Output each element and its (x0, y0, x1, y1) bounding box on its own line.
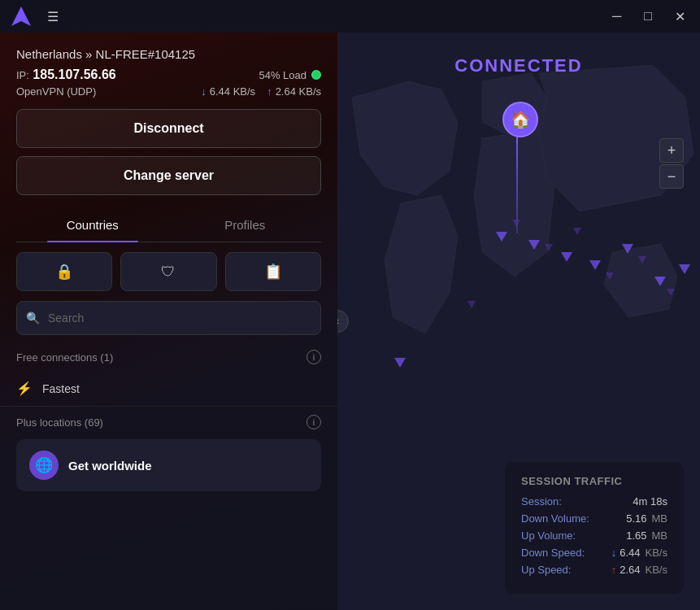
down-volume-value: 5.16 MB (626, 512, 667, 525)
get-worldwide-text: Get worldwide (68, 459, 152, 473)
connection-header: Netherlands » NL-FREE#104125 IP: 185.107… (0, 33, 337, 109)
titlebar-controls: ─ □ ✕ (607, 7, 690, 26)
up-speed-row: Up Speed: ↑ 2.64 KB/s (521, 564, 667, 576)
fastest-server-item[interactable]: ⚡ Fastest (0, 371, 337, 406)
map-pin-14 (467, 301, 476, 308)
down-volume-unit: MB (652, 512, 668, 525)
protocol-label: OpenVPN (UDP) (16, 85, 96, 98)
lightning-icon: ⚡ (16, 381, 33, 396)
speed-info: ↓ 6.44 KB/s ↑ 2.64 KB/s (201, 85, 321, 98)
titlebar: ☰ ─ □ ✕ (0, 0, 700, 33)
map-pin-9 (622, 244, 633, 254)
map-pin-10 (638, 256, 646, 264)
map-pin-8 (606, 272, 614, 280)
map-pin-1 (496, 232, 507, 242)
map-pin-7 (589, 260, 601, 270)
upload-speed: ↑ 2.64 KB/s (267, 85, 321, 98)
fastest-label: Fastest (42, 382, 80, 395)
map-pin-15 (394, 358, 406, 368)
titlebar-left: ☰ (10, 5, 63, 28)
up-speed-label: Up Speed: (521, 564, 571, 576)
map-pin-4 (545, 244, 553, 251)
down-speed-unit: KB/s (646, 547, 667, 559)
home-circle-icon: 🏠 (502, 102, 538, 137)
shield-icon: 🛡 (161, 264, 176, 281)
download-arrow: ↓ (201, 85, 207, 98)
connector-line (516, 136, 518, 233)
down-speed-label: Down Speed: (521, 547, 585, 559)
session-traffic-panel: Session Traffic Session: 4m 18s Down Vol… (505, 462, 684, 594)
plus-locations-label: Plus locations (69) (16, 416, 103, 429)
free-connections-section-header: Free connections (1) i (0, 345, 337, 371)
plus-locations-section-header: Plus locations (69) i (0, 406, 337, 436)
protonvpn-logo-icon[interactable] (10, 5, 33, 28)
globe-icon: 🌐 (29, 451, 59, 480)
ip-label: IP: (16, 69, 29, 81)
map-pin-13 (679, 264, 690, 274)
maximize-button[interactable]: □ (639, 7, 657, 25)
lock-icon: 🔒 (55, 263, 73, 281)
session-traffic-title: Session Traffic (521, 475, 667, 487)
search-icon: 🔍 (26, 312, 40, 325)
server-list: Free connections (1) i ⚡ Fastest Plus lo… (0, 345, 337, 610)
up-speed-value: ↑ 2.64 KB/s (611, 564, 667, 576)
search-input[interactable] (16, 301, 321, 335)
tab-bar: Countries Profiles (16, 210, 321, 242)
tab-countries[interactable]: Countries (16, 210, 169, 242)
map-pin-3 (528, 240, 540, 250)
upload-speed-value: 2.64 KB/s (276, 85, 321, 98)
session-row: Session: 4m 18s (521, 495, 667, 508)
main-layout: Netherlands » NL-FREE#104125 IP: 185.107… (0, 33, 700, 610)
left-panel: Netherlands » NL-FREE#104125 IP: 185.107… (0, 33, 337, 610)
down-speed-row: Down Speed: ↓ 6.44 KB/s (521, 547, 667, 559)
change-server-button[interactable]: Change server (16, 156, 321, 195)
map-pin-11 (654, 277, 666, 286)
disconnect-button[interactable]: Disconnect (16, 109, 321, 148)
load-indicator: 54% Load (259, 69, 321, 81)
free-connections-info-icon[interactable]: i (307, 350, 321, 364)
down-speed-arrow: ↓ (611, 547, 617, 559)
server-name: Netherlands » NL-FREE#104125 (16, 47, 321, 61)
session-value: 4m 18s (633, 495, 667, 508)
zoom-out-button[interactable]: − (659, 164, 684, 189)
zoom-controls: + − (659, 138, 684, 189)
load-text: 54% Load (259, 69, 307, 81)
up-speed-arrow: ↑ (611, 564, 617, 576)
tab-profiles[interactable]: Profiles (169, 210, 322, 242)
upload-arrow: ↑ (267, 85, 272, 98)
svg-marker-0 (11, 7, 31, 26)
map-pin-12 (667, 289, 675, 296)
hamburger-menu-button[interactable]: ☰ (42, 7, 63, 26)
get-worldwide-card[interactable]: 🌐 Get worldwide (16, 439, 321, 491)
session-label: Session: (521, 495, 562, 508)
down-volume-row: Down Volume: 5.16 MB (521, 512, 667, 525)
down-speed-value: ↓ 6.44 KB/s (611, 547, 667, 559)
document-icon: 📋 (264, 263, 282, 281)
filter-row: 🔒 🛡 📋 (0, 242, 337, 301)
filter-shield-button[interactable]: 🛡 (120, 252, 216, 291)
ip-load-row: IP: 185.107.56.66 54% Load (16, 68, 321, 82)
free-connections-label: Free connections (1) (16, 351, 113, 364)
zoom-in-button[interactable]: + (659, 138, 684, 163)
up-volume-value: 1.65 MB (626, 529, 667, 542)
download-speed-value: 6.44 KB/s (210, 85, 255, 98)
search-container: 🔍 (16, 301, 321, 335)
map-pin-6 (573, 228, 581, 235)
plus-locations-info-icon[interactable]: i (307, 415, 321, 429)
load-dot (311, 70, 321, 80)
minimize-button[interactable]: ─ (607, 7, 626, 25)
filter-lock-button[interactable]: 🔒 (16, 252, 112, 291)
filter-document-button[interactable]: 📋 (225, 252, 321, 291)
close-button[interactable]: ✕ (670, 7, 690, 26)
up-volume-unit: MB (652, 529, 668, 542)
up-volume-row: Up Volume: 1.65 MB (521, 529, 667, 542)
connected-label: CONNECTED (454, 55, 582, 76)
down-volume-label: Down Volume: (521, 512, 589, 525)
up-volume-label: Up Volume: (521, 529, 576, 542)
home-marker: 🏠 (502, 102, 538, 137)
download-speed: ↓ 6.44 KB/s (201, 85, 255, 98)
ip-value: 185.107.56.66 (33, 68, 115, 81)
map-pin-2 (512, 220, 520, 227)
map-pin-5 (561, 252, 572, 262)
right-panel: ‹ CONNECTED 🏠 (337, 33, 700, 610)
